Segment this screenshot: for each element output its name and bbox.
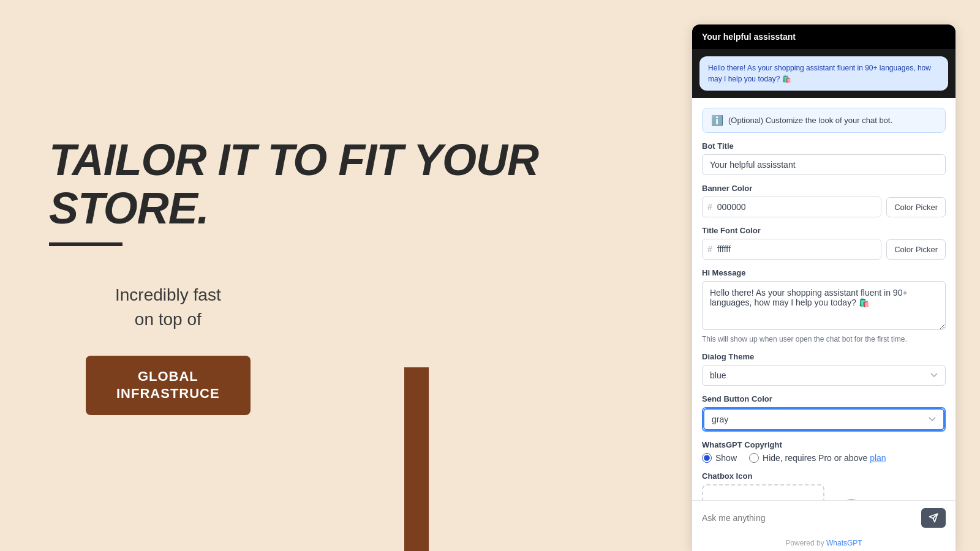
dialog-theme-select[interactable]: blue green purple dark light — [702, 365, 946, 386]
right-panel: Your helpful assisstant Hello there! As … — [692, 24, 956, 551]
copyright-radio-group: Show Hide, requires Pro or above plan — [702, 453, 946, 463]
info-icon: ℹ️ — [711, 114, 723, 126]
hash-symbol-banner: # — [703, 197, 717, 217]
send-icon — [929, 513, 938, 523]
vertical-bar-decoration — [404, 367, 429, 551]
copyright-show-label: Show — [715, 453, 737, 463]
copyright-hide-radio[interactable] — [749, 453, 759, 463]
chatbox-icon-group: Chatbox Icon Add image Accepts .svg — [702, 471, 946, 500]
send-button-color-group: Send Button Color gray blue green red bl… — [702, 394, 946, 432]
bot-title-group: Bot Title — [702, 141, 946, 175]
copyright-show-option[interactable]: Show — [702, 453, 737, 463]
title-font-color-input[interactable] — [717, 239, 881, 259]
title-font-color-input-wrap: # — [702, 239, 881, 260]
send-button[interactable] — [921, 508, 946, 528]
whatsGPT-link[interactable]: WhatsGPT — [826, 539, 862, 547]
chatbox-icon-label: Chatbox Icon — [702, 471, 946, 481]
global-infrastructure-button[interactable]: GLOBAL INFRASTRUCE — [86, 356, 251, 415]
title-font-color-group: Title Font Color # Color Picker — [702, 226, 946, 260]
dialog-theme-label: Dialog Theme — [702, 352, 946, 361]
chat-preview: Your helpful assisstant Hello there! As … — [692, 24, 956, 98]
banner-color-picker-button[interactable]: Color Picker — [886, 197, 946, 217]
chatbox-icon-row: Add image Accepts .svg — [702, 484, 946, 500]
main-headline: TAILOR IT TO FIT YOUR STORE. — [49, 136, 538, 233]
hi-message-helper: This will show up when user open the cha… — [702, 335, 946, 343]
subtitle: Incredibly fast on top of — [86, 283, 251, 331]
banner-color-input[interactable] — [717, 197, 881, 217]
info-text: (Optional) Customize the look of your ch… — [728, 116, 892, 125]
chat-message-bubble: Hello there! As your shopping assistant … — [699, 56, 948, 91]
form-area: ℹ️ (Optional) Customize the look of your… — [692, 98, 956, 500]
hi-message-group: Hi Message Hello there! As your shopping… — [702, 268, 946, 343]
chat-header: Your helpful assisstant — [692, 24, 956, 49]
send-button-color-label: Send Button Color — [702, 394, 946, 403]
hi-message-textarea[interactable]: Hello there! As your shopping assistant … — [702, 281, 946, 330]
left-section: TAILOR IT TO FIT YOUR STORE. Incredibly … — [0, 0, 692, 551]
chat-bottom-bar — [692, 500, 956, 535]
dialog-theme-group: Dialog Theme blue green purple dark ligh… — [702, 352, 946, 386]
send-button-color-select[interactable]: gray blue green red black — [703, 408, 944, 430]
copyright-hide-label: Hide, requires Pro or above plan — [763, 453, 886, 463]
bot-title-label: Bot Title — [702, 141, 946, 151]
title-font-color-label: Title Font Color — [702, 226, 946, 235]
powered-by: Powered by WhatsGPT — [692, 535, 956, 551]
icon-upload-area[interactable]: Add image Accepts .svg — [702, 484, 824, 500]
banner-color-group: Banner Color # Color Picker — [702, 184, 946, 217]
underline-bar — [49, 242, 123, 246]
hash-symbol-title: # — [703, 239, 717, 259]
plan-link[interactable]: plan — [870, 453, 886, 463]
copyright-group: WhatsGPT Copyright Show Hide, requires P… — [702, 440, 946, 463]
banner-color-input-wrap: # — [702, 197, 881, 217]
copyright-hide-option[interactable]: Hide, requires Pro or above plan — [749, 453, 886, 463]
copyright-label: WhatsGPT Copyright — [702, 440, 946, 449]
info-banner: ℹ️ (Optional) Customize the look of your… — [702, 108, 946, 133]
title-font-color-picker-button[interactable]: Color Picker — [886, 239, 946, 260]
hi-message-label: Hi Message — [702, 268, 946, 277]
chat-bottom-input[interactable] — [702, 513, 915, 523]
copyright-show-radio[interactable] — [702, 453, 712, 463]
bot-title-input[interactable] — [702, 154, 946, 175]
banner-color-label: Banner Color — [702, 184, 946, 193]
